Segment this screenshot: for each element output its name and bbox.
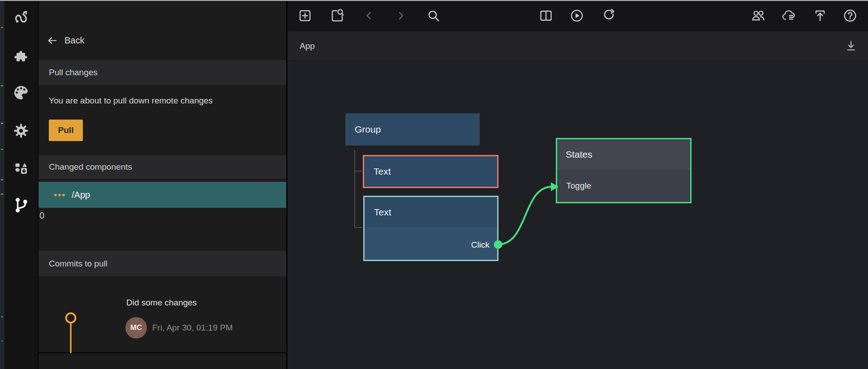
window-top-edge	[0, 0, 868, 1]
commit-list: Did some changes MC Fri, Apr 30, 01:19 P…	[39, 276, 286, 352]
app-window: Back Pull changes You are about to pull …	[0, 0, 868, 369]
section-header-commits-to-pull: Commits to pull	[39, 251, 286, 276]
node-states[interactable]: States Toggle	[556, 138, 692, 203]
node-title: Text	[365, 207, 391, 218]
preview-play-icon[interactable]	[570, 9, 584, 23]
help-icon[interactable]	[843, 9, 857, 23]
node-group[interactable]: Group	[345, 113, 480, 146]
marketplace-shapes-icon[interactable]	[11, 158, 31, 178]
state-label: Toggle	[566, 181, 591, 191]
commit-graph-icon	[62, 312, 80, 353]
back-button[interactable]: Back	[39, 33, 286, 47]
changed-component-item[interactable]: /App	[39, 182, 286, 208]
node-title: Group	[345, 124, 381, 135]
minimap-tick	[1, 340, 3, 342]
minimap-tick	[1, 179, 3, 180]
breadcrumb[interactable]: App	[300, 41, 315, 51]
node-title-section: States	[557, 139, 690, 170]
activity-bar	[4, 0, 39, 369]
section-header-changed-components: Changed components	[39, 155, 286, 179]
component-search-icon[interactable]	[330, 9, 344, 23]
node-title-section: Text	[365, 197, 497, 227]
commit-timestamp: Fri, Apr 30, 01:19 PM	[152, 322, 233, 333]
version-control-branch-icon[interactable]	[11, 195, 31, 215]
tree-connector-lines	[355, 150, 362, 227]
minimap-tick	[1, 149, 3, 150]
section-title: Changed components	[49, 162, 132, 172]
minimap-tick	[1, 316, 3, 318]
noodl-logo-icon[interactable]	[11, 7, 31, 26]
node-title: Text	[364, 166, 391, 177]
collaborators-icon[interactable]	[751, 9, 765, 23]
navigate-forward-icon[interactable]	[394, 9, 408, 23]
plugins-icon[interactable]	[11, 47, 31, 67]
deploy-icon[interactable]	[813, 9, 827, 23]
editor-area: App Group Text Text Cli	[288, 0, 868, 369]
minimap-strip	[0, 0, 4, 369]
split-view-icon[interactable]	[539, 9, 553, 23]
node-graph-canvas[interactable]: Group Text Text Click States Toggle	[288, 61, 868, 369]
section-header-pull-changes: Pull changes	[39, 60, 286, 85]
commit-author-avatar: MC	[125, 317, 147, 339]
node-ports-section: Click	[365, 227, 497, 260]
stray-counter-text: 0	[39, 210, 286, 221]
section-title: Pull changes	[49, 68, 98, 77]
minimap-tick	[1, 123, 3, 124]
output-port-label[interactable]: Click	[471, 240, 490, 250]
settings-gear-icon[interactable]	[11, 121, 31, 141]
search-icon[interactable]	[426, 9, 441, 23]
styles-palette-icon[interactable]	[11, 83, 31, 103]
pull-section-body: You are about to pull down remote change…	[39, 85, 286, 155]
add-node-icon[interactable]	[298, 9, 312, 23]
component-path-label: /App	[72, 190, 90, 200]
back-label: Back	[64, 35, 84, 46]
minimap-tick	[1, 27, 3, 28]
download-icon[interactable]	[844, 39, 858, 53]
minimap-tick	[1, 193, 3, 195]
pull-button[interactable]: Pull	[49, 120, 83, 141]
pull-message: You are about to pull down remote change…	[49, 95, 286, 107]
component-header-bar: App	[288, 31, 868, 61]
minimap-tick	[1, 85, 3, 86]
navigate-back-icon[interactable]	[362, 9, 376, 23]
node-text-selected[interactable]: Text Click	[363, 196, 498, 261]
back-arrow-icon	[46, 34, 58, 47]
ellipsis-icon	[54, 193, 66, 197]
version-control-panel: Back Pull changes You are about to pull …	[39, 0, 288, 369]
cloud-services-icon[interactable]	[781, 9, 795, 23]
signal-connection-wire[interactable]	[498, 187, 552, 245]
node-text-conflict[interactable]: Text	[363, 155, 498, 188]
section-title: Commits to pull	[49, 259, 107, 269]
node-title: States	[557, 149, 593, 160]
avatar-initials: MC	[130, 323, 142, 332]
refresh-icon[interactable]	[602, 9, 616, 23]
commit-message[interactable]: Did some changes	[126, 298, 197, 308]
pull-button-label: Pull	[58, 125, 74, 135]
state-row-toggle[interactable]: Toggle	[557, 170, 690, 202]
canvas-toolbar	[288, 0, 868, 31]
